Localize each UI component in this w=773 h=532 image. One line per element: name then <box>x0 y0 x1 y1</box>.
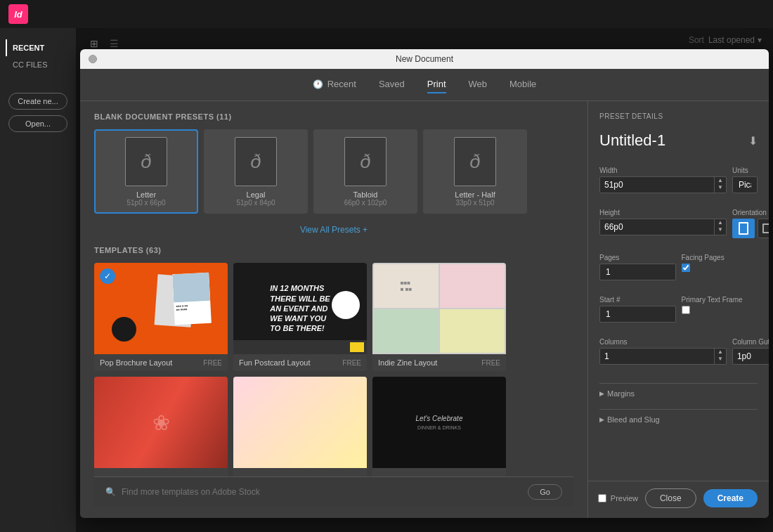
search-input[interactable] <box>122 487 522 497</box>
template-pop-name: Pop Brochure Layout <box>100 358 172 367</box>
template-indie-zine[interactable]: ■■■■ ■■ Indie Zine Layout FREE <box>372 263 506 371</box>
preset-letter-half-size: 33p0 x 51p0 <box>455 199 494 207</box>
gutter-stepper: ▲ ▼ <box>732 348 769 365</box>
template-dark-event[interactable]: Let's Celebrate DINNER & DRINKS <box>372 377 506 476</box>
height-input[interactable] <box>600 219 714 235</box>
primary-text-checkbox[interactable] <box>682 306 690 314</box>
landscape-button[interactable] <box>758 219 769 238</box>
brochure-page-front: ■■■ ■ ■■■■ ■■■■ <box>172 273 212 325</box>
start-label: Start # <box>599 296 676 304</box>
spacer <box>599 432 758 472</box>
facing-pages-checkbox[interactable] <box>682 264 690 272</box>
start-input[interactable] <box>599 306 676 323</box>
sidebar: RECENT CC FILES Create ne... Open... <box>0 28 76 532</box>
sidebar-item-cc-files[interactable]: CC FILES <box>6 56 70 73</box>
height-up-arrow[interactable]: ▲ <box>715 219 726 226</box>
preset-letter-half[interactable]: ð Letter - Half 33p0 x 51p0 <box>423 129 527 214</box>
columns-stepper: ▲ ▼ <box>599 348 727 365</box>
units-select[interactable]: Picas Inches Millimeters Centimeters Poi… <box>732 176 758 193</box>
view-all-presets[interactable]: View All Presets + <box>94 225 573 235</box>
height-group: Height ▲ ▼ <box>599 209 727 238</box>
bleed-slug-label: Bleed and Slug <box>607 415 660 424</box>
columns-down-arrow[interactable]: ▼ <box>715 356 726 363</box>
primary-text-group: Primary Text Frame <box>682 296 758 323</box>
template-selected-check: ✓ <box>100 268 115 284</box>
template-flowers[interactable]: ❀ <box>94 377 228 476</box>
clock-icon: 🕐 <box>313 79 323 89</box>
preset-letter-icon: ð <box>125 137 167 186</box>
tab-recent[interactable]: 🕐 Recent <box>313 76 356 93</box>
gutter-label: Column Gutter <box>732 338 769 346</box>
top-bar: Id <box>0 0 773 28</box>
start-group: Start # <box>599 296 676 323</box>
columns-arrows: ▲ ▼ <box>714 349 726 364</box>
create-new-button[interactable]: Create ne... <box>8 93 67 110</box>
template-pop-badge: FREE <box>203 359 222 367</box>
preset-tabloid-size: 66p0 x 102p0 <box>344 199 387 207</box>
columns-input[interactable] <box>600 349 714 364</box>
modal-footer: Preview Close Create <box>588 481 769 515</box>
portrait-button[interactable] <box>732 219 755 238</box>
template-zine-thumb: ■■■■ ■■ <box>372 263 506 354</box>
preset-details-header: PRESET DETAILS <box>599 112 758 120</box>
height-down-arrow[interactable]: ▼ <box>715 226 726 233</box>
preset-letter-half-icon: ð <box>454 137 496 186</box>
open-button[interactable]: Open... <box>8 115 67 132</box>
gutter-input[interactable] <box>733 349 769 364</box>
height-orientation-row: Height ▲ ▼ Orientation <box>599 209 758 238</box>
brochure-object <box>112 317 136 342</box>
margins-header[interactable]: ▶ Margins <box>599 389 758 398</box>
templates-header: TEMPLATES (63) <box>94 246 573 254</box>
columns-up-arrow[interactable]: ▲ <box>715 349 726 356</box>
sidebar-buttons: Create ne... Open... <box>0 93 76 132</box>
tab-web[interactable]: Web <box>469 76 488 93</box>
primary-text-checkbox-row <box>682 306 758 314</box>
close-button[interactable]: Close <box>645 488 696 508</box>
width-up-arrow[interactable]: ▲ <box>715 177 726 184</box>
preview-checkbox[interactable] <box>598 494 606 502</box>
template-fun-postcard[interactable]: in 12 monthsthere will bean event andwe … <box>233 263 367 371</box>
template-postcard-badge: FREE <box>342 359 361 367</box>
width-input[interactable] <box>600 177 714 193</box>
save-preset-button[interactable]: ⬇ <box>748 134 758 148</box>
preset-letter-half-name: Letter - Half <box>455 190 495 199</box>
tab-saved[interactable]: Saved <box>379 76 405 93</box>
sidebar-item-recent-label: RECENT <box>13 44 44 52</box>
modal-body: BLANK DOCUMENT PRESETS (11) ð Letter 51p… <box>80 101 769 518</box>
facing-pages-label: Facing Pages <box>682 254 758 261</box>
main-layout: RECENT CC FILES Create ne... Open... ⊞ ☰… <box>0 28 773 532</box>
template-pastel[interactable] <box>233 377 367 476</box>
go-button[interactable]: Go <box>528 484 562 500</box>
template-flowers-label <box>94 468 228 476</box>
create-button[interactable]: Create <box>703 489 758 507</box>
modal-left-panel: BLANK DOCUMENT PRESETS (11) ð Letter 51p… <box>80 101 587 518</box>
sidebar-item-cc-files-label: CC FILES <box>13 60 48 69</box>
template-postcard-name: Fun Postcard Layout <box>239 358 311 367</box>
content-area: ⊞ ☰ Sort Last opened ▾ New Document <box>76 28 773 532</box>
template-pop-label: Pop Brochure Layout FREE <box>94 354 228 371</box>
preset-tabloid[interactable]: ð Tabloid 66p0 x 102p0 <box>313 129 417 214</box>
bleed-slug-arrow-icon: ▶ <box>599 416 604 423</box>
orientation-buttons <box>732 219 769 238</box>
landscape-icon <box>762 223 769 233</box>
facing-pages-checkbox-row <box>682 264 758 272</box>
gutter-group: Column Gutter ▲ ▼ <box>732 338 769 365</box>
pages-input[interactable] <box>599 264 676 280</box>
preset-letter[interactable]: ð Letter 51p0 x 66p0 <box>94 129 198 214</box>
tab-mobile[interactable]: Mobile <box>509 76 536 93</box>
modal-close-dot[interactable] <box>89 55 97 63</box>
preset-legal-name: Legal <box>247 190 266 199</box>
preset-legal[interactable]: ð Legal 51p0 x 84p0 <box>204 129 308 214</box>
preset-legal-icon: ð <box>235 137 277 186</box>
template-pop-brochure[interactable]: ✓ ■■■ ■ ■■■■ ■■■■ <box>94 263 228 371</box>
template-postcard-label: Fun Postcard Layout FREE <box>233 354 367 371</box>
sidebar-item-recent[interactable]: RECENT <box>6 39 70 56</box>
bleed-slug-header[interactable]: ▶ Bleed and Slug <box>599 415 758 424</box>
width-down-arrow[interactable]: ▼ <box>715 184 726 191</box>
preset-grid: ð Letter 51p0 x 66p0 ð Legal <box>94 129 573 214</box>
flowers-decoration: ❀ <box>152 410 170 435</box>
margins-label: Margins <box>607 389 635 398</box>
tab-print[interactable]: Print <box>427 76 446 93</box>
template-pop-thumb: ✓ ■■■ ■ ■■■■ ■■■■ <box>94 263 228 354</box>
postcard-bottom <box>233 340 367 354</box>
